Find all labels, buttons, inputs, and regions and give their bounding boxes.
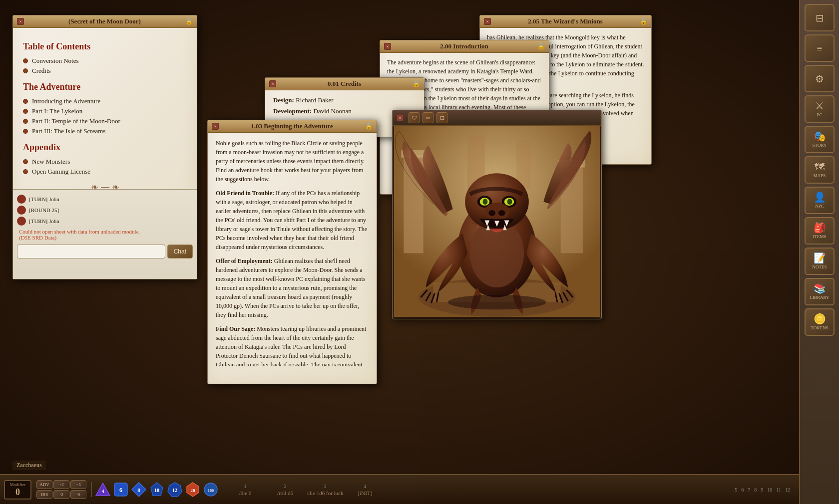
d20-die[interactable]: 20 (185, 482, 201, 498)
toc-item-ogl[interactable]: Open Gaming License (23, 167, 187, 177)
beginning-intro: Noble goals such as foiling the Black Ci… (216, 139, 369, 184)
npc-icon: 👤 (814, 192, 826, 202)
maps-icon: 🗺 (815, 162, 825, 172)
monster-tool-grid[interactable]: ⊡ (436, 112, 447, 123)
sidebar-btn-npc[interactable]: 👤 NPC (805, 187, 835, 214)
d10-die[interactable]: 10 (149, 482, 165, 498)
sidebar-btn-items[interactable]: 🎒 ITEMS (805, 217, 835, 245)
die-command-2[interactable]: /roll d6 (268, 490, 303, 496)
svg-text:100: 100 (208, 489, 214, 493)
chat-input[interactable] (17, 245, 165, 258)
hook-text-2: Ghilean realizes that she'll need harden… (216, 257, 366, 318)
toc-item-monsters[interactable]: New Monsters (23, 157, 187, 167)
svg-point-17 (507, 199, 512, 205)
toc-item-conversion-notes[interactable]: Conversion Notes (23, 56, 187, 66)
sidebar-label-pc: PC (817, 112, 822, 117)
credits-design: Design: Richard Baker (273, 96, 416, 104)
beginning-content: Noble goals such as foiling the Black Ci… (208, 133, 377, 366)
d100-die[interactable]: 100 (203, 482, 219, 498)
wizard-title-text: 2.05 The Wizard's Minions (528, 17, 603, 25)
beginning-title-text: 1.03 Beginning the Adventure (251, 122, 333, 130)
intro-close-button[interactable]: × (384, 43, 391, 50)
die-command-3[interactable]: /die 1d6 for luck (307, 490, 343, 496)
wizard-lock-icon: 🔒 (640, 18, 647, 25)
sidebar-label-notes: NOTES (813, 264, 827, 269)
toc-item-intro[interactable]: Introducing the Adventure (23, 96, 187, 106)
story-icon: 🎭 (814, 131, 826, 141)
svg-text:12: 12 (172, 488, 177, 493)
modifier-value: 0 (8, 487, 27, 498)
avatar-3 (17, 217, 26, 226)
credits-title-text: 0.01 Credits (328, 80, 361, 88)
chat-messages: [TURN] John [ROUND 25] [TURN] John Could… (17, 194, 193, 241)
adv-button[interactable]: ADV (36, 480, 52, 489)
svg-text:4: 4 (102, 489, 104, 494)
plus2-button[interactable]: +2 (53, 480, 69, 489)
tokens-icon: 🪙 (814, 314, 826, 324)
dice-display: 4 6 8 10 12 20 100 (95, 482, 219, 498)
monster-tool-edit[interactable]: ✏ (422, 112, 433, 123)
monster-close-button[interactable]: × (397, 114, 404, 121)
minus2-button[interactable]: -2 (53, 490, 69, 499)
bullet-icon (23, 68, 28, 73)
beginning-window: × 1.03 Beginning the Adventure 🔒 Noble g… (207, 120, 377, 384)
d4-die[interactable]: 4 (95, 482, 111, 498)
die-command-4[interactable]: [iNIT] (348, 490, 383, 496)
sidebar-btn-tokens[interactable]: 🪙 TOKENS (805, 308, 835, 336)
player-name: Zacchaeus (12, 461, 46, 470)
toc-item-credits[interactable]: Credits (23, 66, 187, 76)
svg-point-20 (498, 210, 505, 216)
toc-close-button[interactable]: × (17, 18, 24, 25)
sidebar-btn-library[interactable]: 📚 LIBRARY (805, 278, 835, 305)
sidebar-label-story: STORY (813, 143, 827, 148)
monster-tool-shield[interactable]: 🛡 (409, 112, 420, 123)
plus5-button[interactable]: +5 (70, 480, 86, 489)
credits-close-button[interactable]: × (269, 80, 276, 87)
sidebar-btn-top3[interactable]: ⚙ (805, 65, 835, 92)
chat-send-button[interactable]: Chat (167, 245, 193, 258)
sidebar-btn-maps[interactable]: 🗺 MAPS (805, 156, 835, 184)
beginning-lock-icon: 🔒 (365, 123, 373, 130)
toc-item-lykeion[interactable]: Part I: The Lykeion (23, 106, 187, 116)
monster-image-area (393, 126, 601, 317)
bottom-bar: Modifier 0 ADV +2 +5 DIS -2 -5 4 6 (0, 474, 799, 504)
d6-die[interactable]: 6 (113, 482, 129, 498)
toc-item-temple[interactable]: Part II: Temple of the Moon-Door (23, 116, 187, 126)
credits-design-value: Richard Baker (296, 96, 333, 104)
minus5-button[interactable]: -5 (70, 490, 86, 499)
wizard-title: 2.05 The Wizard's Minions (528, 17, 603, 25)
sidebar-btn-story[interactable]: 🎭 STORY (805, 126, 835, 153)
sidebar-btn-pc[interactable]: ⚔ PC (805, 95, 835, 123)
chat-msg-text-1: [TURN] John (29, 196, 59, 202)
beginning-close-button[interactable]: × (212, 123, 219, 130)
toc-title: (Secret of the Moon Door) (68, 17, 141, 25)
toc-item-isle[interactable]: Part III: The Isle of Screams (23, 126, 187, 136)
die-command-1[interactable]: /die 6 (228, 490, 263, 496)
library-icon: 📚 (814, 283, 826, 293)
wizard-close-button[interactable]: × (484, 18, 491, 25)
monster-toolbar: × 🛡 ✏ ⊡ (393, 110, 601, 126)
separator-2 (222, 482, 222, 497)
svg-text:8: 8 (137, 487, 140, 493)
sidebar-btn-top1[interactable]: ⊟ (805, 4, 835, 31)
toc-heading: Table of Contents (23, 41, 187, 52)
svg-point-19 (488, 210, 495, 216)
sidebar-label-items: ITEMS (813, 234, 827, 239)
credits-design-label: Design: (273, 96, 294, 104)
appendix-heading: Appendix (23, 142, 187, 153)
beginning-hook-1: Old Friend in Trouble: If any of the PCs… (216, 189, 369, 252)
chat-error-text: Could not open sheet with data from unlo… (19, 229, 193, 235)
bullet-icon (23, 159, 28, 164)
toc-titlebar: × (Secret of the Moon Door) 🔒 (13, 15, 197, 28)
sidebar-btn-top2[interactable]: ≡ (805, 34, 835, 62)
credits-dev-value: David Noonan (314, 107, 352, 115)
beginning-title-bar: 1.03 Beginning the Adventure (251, 122, 333, 130)
d12-die[interactable]: 12 (167, 482, 183, 498)
sidebar-btn-notes[interactable]: 📝 NOTES (805, 248, 835, 275)
dis-button[interactable]: DIS (36, 490, 52, 499)
svg-text:20: 20 (191, 488, 196, 493)
chat-error: Could not open sheet with data from unlo… (17, 229, 193, 241)
d8-die[interactable]: 8 (131, 482, 147, 498)
svg-text:6: 6 (119, 487, 122, 494)
sidebar-label-npc: NPC (815, 204, 824, 209)
